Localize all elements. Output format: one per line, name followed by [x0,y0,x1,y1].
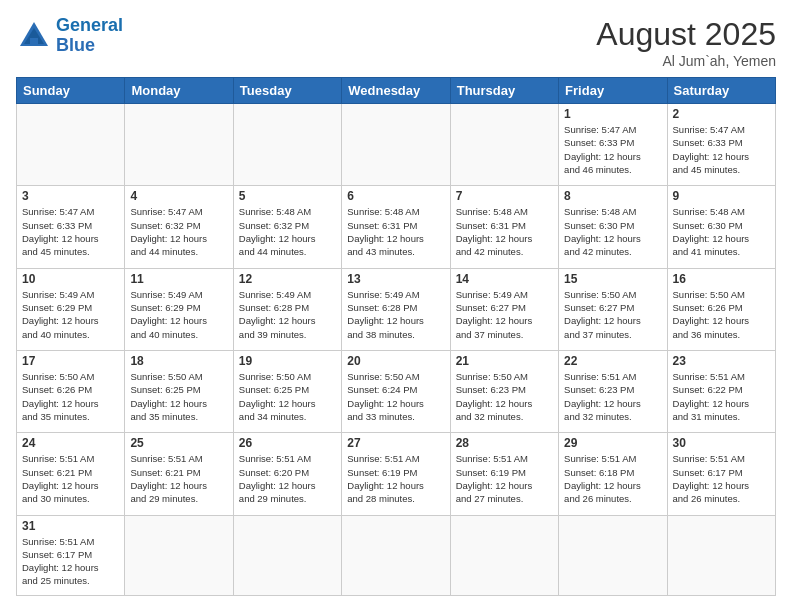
day-number: 29 [564,436,661,450]
calendar-cell: 18Sunrise: 5:50 AM Sunset: 6:25 PM Dayli… [125,350,233,432]
calendar-cell: 6Sunrise: 5:48 AM Sunset: 6:31 PM Daylig… [342,186,450,268]
calendar-cell: 16Sunrise: 5:50 AM Sunset: 6:26 PM Dayli… [667,268,775,350]
day-number: 23 [673,354,770,368]
calendar-cell: 14Sunrise: 5:49 AM Sunset: 6:27 PM Dayli… [450,268,558,350]
day-info: Sunrise: 5:50 AM Sunset: 6:26 PM Dayligh… [22,370,119,423]
calendar-cell: 20Sunrise: 5:50 AM Sunset: 6:24 PM Dayli… [342,350,450,432]
calendar-cell [125,515,233,595]
day-number: 2 [673,107,770,121]
calendar-cell: 1Sunrise: 5:47 AM Sunset: 6:33 PM Daylig… [559,104,667,186]
weekday-thursday: Thursday [450,78,558,104]
day-info: Sunrise: 5:50 AM Sunset: 6:23 PM Dayligh… [456,370,553,423]
calendar: SundayMondayTuesdayWednesdayThursdayFrid… [16,77,776,596]
day-info: Sunrise: 5:49 AM Sunset: 6:29 PM Dayligh… [130,288,227,341]
day-number: 12 [239,272,336,286]
calendar-cell: 7Sunrise: 5:48 AM Sunset: 6:31 PM Daylig… [450,186,558,268]
week-row-0: 1Sunrise: 5:47 AM Sunset: 6:33 PM Daylig… [17,104,776,186]
day-number: 1 [564,107,661,121]
day-number: 16 [673,272,770,286]
day-number: 13 [347,272,444,286]
day-number: 20 [347,354,444,368]
day-info: Sunrise: 5:49 AM Sunset: 6:28 PM Dayligh… [347,288,444,341]
day-info: Sunrise: 5:51 AM Sunset: 6:19 PM Dayligh… [456,452,553,505]
day-number: 8 [564,189,661,203]
calendar-cell: 25Sunrise: 5:51 AM Sunset: 6:21 PM Dayli… [125,433,233,515]
day-number: 7 [456,189,553,203]
logo-icon [16,18,52,54]
location-title: Al Jum`ah, Yemen [596,53,776,69]
day-info: Sunrise: 5:48 AM Sunset: 6:30 PM Dayligh… [564,205,661,258]
calendar-cell: 24Sunrise: 5:51 AM Sunset: 6:21 PM Dayli… [17,433,125,515]
weekday-saturday: Saturday [667,78,775,104]
day-number: 26 [239,436,336,450]
week-row-3: 17Sunrise: 5:50 AM Sunset: 6:26 PM Dayli… [17,350,776,432]
logo-text: General Blue [56,16,123,56]
day-number: 6 [347,189,444,203]
calendar-cell: 3Sunrise: 5:47 AM Sunset: 6:33 PM Daylig… [17,186,125,268]
weekday-monday: Monday [125,78,233,104]
logo-blue: Blue [56,35,95,55]
svg-rect-2 [30,38,38,46]
day-number: 3 [22,189,119,203]
calendar-cell: 22Sunrise: 5:51 AM Sunset: 6:23 PM Dayli… [559,350,667,432]
calendar-cell: 11Sunrise: 5:49 AM Sunset: 6:29 PM Dayli… [125,268,233,350]
day-info: Sunrise: 5:49 AM Sunset: 6:27 PM Dayligh… [456,288,553,341]
calendar-cell: 4Sunrise: 5:47 AM Sunset: 6:32 PM Daylig… [125,186,233,268]
day-number: 17 [22,354,119,368]
day-info: Sunrise: 5:48 AM Sunset: 6:31 PM Dayligh… [347,205,444,258]
day-number: 14 [456,272,553,286]
day-number: 30 [673,436,770,450]
day-number: 21 [456,354,553,368]
day-info: Sunrise: 5:51 AM Sunset: 6:22 PM Dayligh… [673,370,770,423]
day-info: Sunrise: 5:48 AM Sunset: 6:32 PM Dayligh… [239,205,336,258]
calendar-cell [667,515,775,595]
week-row-4: 24Sunrise: 5:51 AM Sunset: 6:21 PM Dayli… [17,433,776,515]
calendar-cell [342,104,450,186]
day-info: Sunrise: 5:50 AM Sunset: 6:25 PM Dayligh… [239,370,336,423]
month-title: August 2025 [596,16,776,53]
week-row-5: 31Sunrise: 5:51 AM Sunset: 6:17 PM Dayli… [17,515,776,595]
calendar-cell: 17Sunrise: 5:50 AM Sunset: 6:26 PM Dayli… [17,350,125,432]
calendar-cell: 23Sunrise: 5:51 AM Sunset: 6:22 PM Dayli… [667,350,775,432]
day-number: 31 [22,519,119,533]
weekday-tuesday: Tuesday [233,78,341,104]
weekday-friday: Friday [559,78,667,104]
day-number: 5 [239,189,336,203]
calendar-cell: 13Sunrise: 5:49 AM Sunset: 6:28 PM Dayli… [342,268,450,350]
day-number: 24 [22,436,119,450]
calendar-cell: 21Sunrise: 5:50 AM Sunset: 6:23 PM Dayli… [450,350,558,432]
calendar-cell: 10Sunrise: 5:49 AM Sunset: 6:29 PM Dayli… [17,268,125,350]
day-info: Sunrise: 5:48 AM Sunset: 6:30 PM Dayligh… [673,205,770,258]
calendar-cell [233,104,341,186]
day-info: Sunrise: 5:51 AM Sunset: 6:18 PM Dayligh… [564,452,661,505]
day-info: Sunrise: 5:49 AM Sunset: 6:28 PM Dayligh… [239,288,336,341]
day-info: Sunrise: 5:51 AM Sunset: 6:21 PM Dayligh… [22,452,119,505]
day-info: Sunrise: 5:51 AM Sunset: 6:20 PM Dayligh… [239,452,336,505]
calendar-cell: 30Sunrise: 5:51 AM Sunset: 6:17 PM Dayli… [667,433,775,515]
calendar-cell [342,515,450,595]
calendar-cell [559,515,667,595]
calendar-cell: 31Sunrise: 5:51 AM Sunset: 6:17 PM Dayli… [17,515,125,595]
calendar-cell: 8Sunrise: 5:48 AM Sunset: 6:30 PM Daylig… [559,186,667,268]
calendar-cell [450,515,558,595]
day-info: Sunrise: 5:47 AM Sunset: 6:33 PM Dayligh… [564,123,661,176]
day-info: Sunrise: 5:51 AM Sunset: 6:21 PM Dayligh… [130,452,227,505]
title-block: August 2025 Al Jum`ah, Yemen [596,16,776,69]
week-row-2: 10Sunrise: 5:49 AM Sunset: 6:29 PM Dayli… [17,268,776,350]
calendar-cell: 2Sunrise: 5:47 AM Sunset: 6:33 PM Daylig… [667,104,775,186]
day-info: Sunrise: 5:50 AM Sunset: 6:24 PM Dayligh… [347,370,444,423]
week-row-1: 3Sunrise: 5:47 AM Sunset: 6:33 PM Daylig… [17,186,776,268]
day-number: 19 [239,354,336,368]
header: General Blue August 2025 Al Jum`ah, Yeme… [16,16,776,69]
day-info: Sunrise: 5:51 AM Sunset: 6:17 PM Dayligh… [22,535,119,588]
day-info: Sunrise: 5:50 AM Sunset: 6:27 PM Dayligh… [564,288,661,341]
calendar-cell [125,104,233,186]
day-info: Sunrise: 5:50 AM Sunset: 6:25 PM Dayligh… [130,370,227,423]
day-info: Sunrise: 5:49 AM Sunset: 6:29 PM Dayligh… [22,288,119,341]
day-info: Sunrise: 5:51 AM Sunset: 6:23 PM Dayligh… [564,370,661,423]
day-number: 25 [130,436,227,450]
weekday-header-row: SundayMondayTuesdayWednesdayThursdayFrid… [17,78,776,104]
weekday-wednesday: Wednesday [342,78,450,104]
day-info: Sunrise: 5:51 AM Sunset: 6:17 PM Dayligh… [673,452,770,505]
calendar-cell [233,515,341,595]
